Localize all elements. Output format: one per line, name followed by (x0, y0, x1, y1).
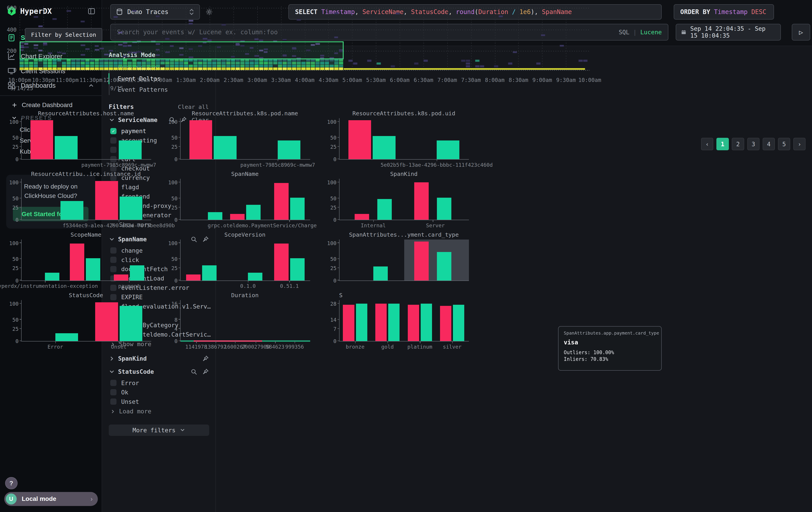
bar-teal[interactable] (130, 265, 144, 280)
events-heatmap[interactable] (20, 4, 590, 72)
bar-pink[interactable] (95, 181, 118, 220)
bar-pink[interactable] (348, 120, 371, 159)
bar-group[interactable] (95, 302, 142, 341)
bar-teal[interactable] (373, 136, 395, 159)
bar-group[interactable] (274, 183, 304, 220)
pin-icon[interactable] (202, 369, 209, 375)
bar-teal[interactable] (214, 136, 236, 159)
bar-teal[interactable] (86, 258, 100, 280)
bar-pink[interactable] (408, 305, 419, 341)
bar-teal[interactable] (119, 140, 141, 159)
bar-group[interactable] (278, 140, 300, 159)
bar-teal[interactable] (120, 196, 142, 220)
bar-pink[interactable] (230, 214, 244, 220)
bar-teal[interactable] (290, 258, 304, 280)
bar-teal[interactable] (437, 198, 452, 220)
search-icon[interactable] (191, 369, 197, 375)
filter-group-spankind[interactable]: SpanKind (109, 355, 209, 362)
bar-group[interactable] (30, 120, 78, 159)
bar-pink[interactable] (440, 306, 452, 341)
bar-teal[interactable] (55, 333, 78, 341)
analysis-mode-event-patterns[interactable]: Event Patterns (109, 84, 208, 95)
pagination-page-5[interactable]: 5 (778, 138, 790, 150)
create-dashboard-button[interactable]: Create Dashboard (0, 99, 102, 111)
bar-teal[interactable] (437, 140, 459, 159)
filter-option-unset[interactable]: Unset (109, 397, 209, 406)
bar-pink[interactable] (114, 274, 128, 280)
bar-teal[interactable] (278, 140, 300, 159)
bar-group[interactable] (440, 305, 464, 341)
bar-group[interactable] (373, 266, 388, 280)
bar-pink[interactable] (186, 274, 201, 280)
bar-group[interactable] (248, 273, 262, 280)
show-more-button[interactable]: Load more (109, 406, 209, 416)
checkbox[interactable] (110, 399, 117, 405)
bar-teal[interactable] (45, 273, 59, 280)
lucene-toggle[interactable]: Lucene (640, 29, 662, 36)
help-button[interactable]: ? (5, 477, 17, 489)
pagination-page-3[interactable]: 3 (747, 138, 759, 150)
bar-group[interactable] (408, 304, 432, 341)
bar-teal[interactable] (60, 201, 83, 220)
bar-pink[interactable] (355, 214, 369, 220)
filter-by-selection-button[interactable]: Filter by Selection (25, 28, 102, 42)
pagination-prev[interactable]: ‹ (701, 138, 713, 150)
bar-group[interactable] (186, 265, 216, 280)
bar-group[interactable] (95, 181, 142, 220)
bar-group[interactable] (45, 273, 59, 280)
bar-teal[interactable] (377, 199, 392, 220)
query-language-toggle[interactable]: SQL | Lucene (619, 29, 662, 36)
bar-teal[interactable] (388, 304, 400, 341)
more-filters-button[interactable]: More filters (109, 425, 209, 436)
bar-group[interactable] (274, 244, 304, 280)
bar-group[interactable] (70, 244, 100, 280)
bar-teal[interactable] (208, 212, 222, 220)
bar-group[interactable] (414, 182, 452, 220)
bar-group[interactable] (343, 304, 367, 341)
bar-pink[interactable] (30, 120, 53, 159)
clear-all-button[interactable]: Clear all (178, 104, 209, 110)
bar-pink[interactable] (70, 244, 84, 280)
bar-group[interactable] (60, 201, 83, 220)
bar-teal[interactable] (120, 306, 142, 341)
pin-icon[interactable] (202, 355, 209, 362)
bar-teal[interactable] (437, 252, 452, 280)
bar-pink[interactable] (343, 305, 354, 341)
sql-toggle[interactable]: SQL (619, 29, 630, 36)
bar-pink[interactable] (190, 120, 212, 159)
bar-group[interactable] (437, 140, 459, 159)
bar-group[interactable] (230, 205, 261, 220)
bar-pink[interactable] (274, 183, 289, 220)
bar-pink[interactable] (414, 242, 429, 280)
pagination-page-1[interactable]: 1 (716, 138, 729, 150)
bar-group[interactable] (119, 140, 141, 159)
bar-group[interactable] (348, 120, 396, 159)
bar-group[interactable] (208, 212, 222, 220)
bar-group[interactable] (55, 333, 78, 341)
order-by-input[interactable]: ORDER BY Timestamp DESC (674, 4, 774, 20)
checkbox[interactable] (110, 380, 117, 386)
filter-option-error[interactable]: Error (109, 378, 209, 387)
bar-group[interactable] (414, 242, 452, 280)
bar-group[interactable] (375, 304, 400, 341)
bar-teal[interactable] (55, 136, 77, 159)
bar-pink[interactable] (414, 182, 429, 220)
bar-teal[interactable] (248, 273, 262, 280)
bar-group[interactable] (355, 199, 392, 220)
bar-pink[interactable] (375, 304, 387, 341)
bar-teal[interactable] (356, 304, 367, 341)
pagination-next[interactable]: › (793, 138, 806, 150)
bar-teal[interactable] (290, 198, 304, 220)
checkbox[interactable] (110, 389, 117, 395)
bar-group[interactable] (190, 120, 237, 159)
run-query-button[interactable]: ▷ (792, 24, 810, 41)
filter-group-statuscode[interactable]: StatusCode (109, 368, 209, 375)
bar-teal[interactable] (202, 265, 216, 280)
user-menu[interactable]: U Local mode › (4, 492, 98, 506)
bar-pink[interactable] (274, 244, 289, 280)
bar-pink[interactable] (95, 302, 118, 341)
filter-option-ok[interactable]: Ok (109, 387, 209, 397)
pagination-page-2[interactable]: 2 (732, 138, 744, 150)
bar-teal[interactable] (421, 304, 432, 341)
bar-teal[interactable] (246, 205, 261, 220)
